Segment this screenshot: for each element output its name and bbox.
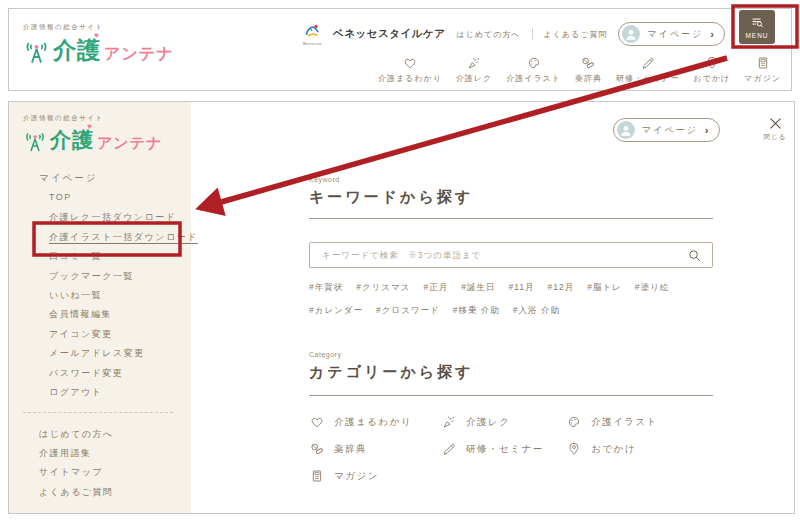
sidebar-item-password-change[interactable]: パスワード変更 [49,367,198,386]
tag-link[interactable]: #移乗 介助 [453,305,500,317]
panel-mypage-button[interactable]: マイページ › [613,118,720,142]
sidebar-item-bookmarks[interactable]: ブックマーク一覧 [49,270,198,289]
sidebar-item-logout[interactable]: ログアウト [49,386,198,405]
sidebar-section-title: マイページ [39,172,97,185]
link-faq[interactable]: よくあるご質問 [544,29,608,40]
pencil-icon [640,55,656,71]
link-beginners[interactable]: はじめての方へ [456,29,520,40]
search-icon [687,248,702,263]
pills-icon [309,441,325,457]
benesse-logo: Benesse [303,22,322,46]
tag-link[interactable]: #誕生日 [461,282,495,294]
tag-link[interactable]: #クロスワード [376,305,440,317]
pencil-icon [441,441,457,457]
nav-item-kaigo-maruwakari[interactable]: 介護まるわかり [378,55,442,84]
sidebar-logo[interactable]: 介護情報の総合サイト 介護♥ アンテナ [23,114,162,154]
pills-icon [580,55,596,71]
antenna-icon [23,130,47,154]
tag-link[interactable]: #12月 [548,282,575,294]
magazine-icon [755,55,771,71]
category-kaigo-rec[interactable]: 介護レク [441,414,566,430]
sidebar-item-member-info[interactable]: 会員情報編集 [49,308,198,327]
category-seminar[interactable]: 研修・セミナー [441,441,566,457]
menu-search-icon [750,15,765,30]
heart-icon [309,414,325,430]
avatar-icon [617,121,635,139]
nav-item-drug-dictionary[interactable]: 薬辞典 [575,55,602,84]
sidebar-item-beginners[interactable]: はじめての方へ [39,428,114,447]
sidebar-item-illust-bulk-download[interactable]: 介護イラスト一括ダウンロード [49,231,198,250]
nav-item-magazine[interactable]: マガジン [744,55,781,84]
tag-link[interactable]: #11月 [508,282,534,294]
tag-link[interactable]: #クリスマス [356,282,410,294]
keyword-search-input[interactable] [310,250,687,260]
header-utility-row: Benesse ベネッセスタイルケア はじめての方へ よくあるご質問 マイページ… [303,22,725,46]
category-drug-dictionary[interactable]: 薬辞典 [309,441,441,457]
sidebar-item-sitemap[interactable]: サイトマップ [39,466,114,485]
tag-link[interactable]: #正月 [423,282,448,294]
nav-item-odekake[interactable]: おでかけ [694,55,731,84]
category-odekake[interactable]: おでかけ [566,441,729,457]
brand-heart-icon: ♥ [87,122,93,131]
party-icon [441,414,457,430]
keyword-eyebrow: Keyword [309,176,340,183]
primary-nav: 介護まるわかり 介護レク 介護イラスト 薬辞典 研修・セミナー おでかけ マガジ… [378,55,781,84]
sidebar-item-glossary[interactable]: 介護用語集 [39,447,114,466]
tag-link[interactable]: #年賀状 [309,282,343,294]
magazine-icon [309,468,325,484]
sidebar-item-reviews[interactable]: 口コミ一覧 [49,250,198,269]
brand-text-pink: アンテナ [97,134,162,154]
brand-text-green: 介護♥ [53,35,101,66]
category-eyebrow: Category [309,351,341,358]
heart-icon [402,55,418,71]
site-header: 介護情報の総合サイト 介護♥ アンテナ Benesse ベネッセスタイルケア は… [8,8,792,91]
chevron-right-icon: › [710,29,714,40]
search-button[interactable] [687,248,712,263]
category-grid: 介護まるわかり 介護レク 介護イラスト 薬辞典 研修・セミナー おでかけ マガジ… [309,414,729,484]
party-icon [466,55,482,71]
category-rule [309,395,713,396]
chevron-right-icon: › [705,125,709,136]
keyword-section-title: キーワードから探す [309,188,473,207]
mypage-button[interactable]: マイページ › [618,22,725,46]
keyword-rule [309,218,713,219]
sidebar-divider [23,412,173,413]
brand-heart-icon: ♥ [94,31,100,40]
sidebar-item-likes[interactable]: いいね一覧 [49,289,198,308]
sidebar-item-rec-bulk-download[interactable]: 介護レク一括ダウンロード [49,211,198,230]
menu-overlay-panel: 介護情報の総合サイト 介護♥ アンテナ マイページ TOP 介護レク一括ダウンロ… [8,101,795,514]
category-magazine[interactable]: マガジン [309,468,441,484]
antenna-icon [23,39,50,66]
benesse-style-care-label[interactable]: ベネッセスタイルケア [333,27,445,41]
map-pin-icon [704,55,720,71]
brand-text-green: 介護♥ [50,126,94,154]
avatar-icon [622,25,640,43]
tag-link[interactable]: #カレンダー [309,305,363,317]
close-button[interactable]: 閉じる [757,115,793,142]
tag-link[interactable]: #塗り絵 [635,282,669,294]
palette-icon [566,414,582,430]
nav-item-kaigo-illust[interactable]: 介護イラスト [506,55,561,84]
close-icon [767,115,784,132]
tag-link[interactable]: #脳トレ [587,282,622,294]
palette-icon [526,55,542,71]
sidebar-item-top[interactable]: TOP [49,192,198,211]
nav-item-seminar[interactable]: 研修・セミナー [616,55,680,84]
site-logo[interactable]: 介護情報の総合サイト 介護♥ アンテナ [23,23,174,66]
nav-item-kaigo-rec[interactable]: 介護レク [456,55,492,84]
category-kaigo-maruwakari[interactable]: 介護まるわかり [309,414,441,430]
map-pin-icon [566,441,582,457]
tag-link[interactable]: #入浴 介助 [513,305,560,317]
sidebar: 介護情報の総合サイト 介護♥ アンテナ マイページ TOP 介護レク一括ダウンロ… [9,102,191,513]
sidebar-footer-menu: はじめての方へ 介護用語集 サイトマップ よくあるご質問 [39,428,114,505]
category-kaigo-illust[interactable]: 介護イラスト [566,414,729,430]
sidebar-item-email-change[interactable]: メールアドレス変更 [49,347,198,366]
brand-text-pink: アンテナ [104,44,174,66]
sidebar-menu: TOP 介護レク一括ダウンロード 介護イラスト一括ダウンロード 口コミ一覧 ブッ… [49,192,198,405]
sidebar-item-icon-change[interactable]: アイコン変更 [49,328,198,347]
keyword-search-box [309,242,713,268]
utility-divider [532,28,533,40]
sidebar-item-faq[interactable]: よくあるご質問 [39,486,114,505]
menu-button[interactable]: MENU [739,10,775,44]
category-section-title: カテゴリーから探す [309,363,473,382]
